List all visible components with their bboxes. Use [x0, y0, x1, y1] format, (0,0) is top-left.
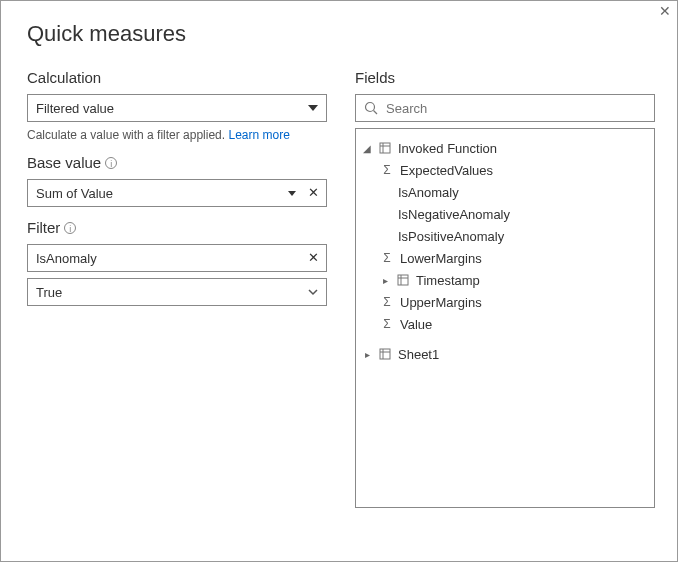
tree-label: LowerMargins	[400, 251, 648, 266]
caret-down-icon[interactable]	[288, 191, 296, 196]
collapse-icon[interactable]: ◢	[362, 143, 372, 154]
fields-header: Fields	[355, 69, 655, 86]
filter-value-row[interactable]: True	[27, 278, 327, 306]
table-icon	[378, 141, 392, 155]
filter-stack: IsAnomaly ✕ True	[27, 244, 327, 306]
tree-label: UpperMargins	[400, 295, 648, 310]
table-icon	[378, 347, 392, 361]
content-columns: Calculation Filtered value Calculate a v…	[1, 57, 677, 530]
quick-measures-dialog: ✕ Quick measures Calculation Filtered va…	[0, 0, 678, 562]
fields-search[interactable]	[355, 94, 655, 122]
tree-field-row[interactable]: Σ UpperMargins	[362, 291, 648, 313]
close-icon[interactable]: ✕	[657, 3, 673, 19]
tree-field-row[interactable]: ▸ Timestamp	[362, 269, 648, 291]
table-icon	[396, 273, 410, 287]
tree-label: IsNegativeAnomaly	[398, 207, 648, 222]
base-value-field[interactable]: Sum of Value ✕	[27, 179, 327, 207]
tree-label: IsPositiveAnomaly	[398, 229, 648, 244]
svg-rect-5	[398, 275, 408, 285]
calculation-select[interactable]: Filtered value	[27, 94, 327, 122]
expand-icon[interactable]: ▸	[362, 349, 372, 360]
tree-label: IsAnomaly	[398, 185, 648, 200]
tree-label: Invoked Function	[398, 141, 648, 156]
tree-field-row[interactable]: IsPositiveAnomaly	[362, 225, 648, 247]
base-value-header: Base value i	[27, 154, 327, 171]
search-icon	[364, 101, 378, 115]
calculation-helper: Calculate a value with a filter applied.…	[27, 128, 327, 142]
svg-rect-8	[380, 349, 390, 359]
tree-table-row[interactable]: ◢ Invoked Function	[362, 137, 648, 159]
caret-down-icon	[308, 105, 318, 111]
sigma-icon: Σ	[380, 317, 394, 331]
sigma-icon: Σ	[380, 251, 394, 265]
calculation-header-label: Calculation	[27, 69, 101, 86]
filter-field-row[interactable]: IsAnomaly ✕	[27, 244, 327, 272]
dialog-title: Quick measures	[1, 1, 677, 57]
svg-point-0	[366, 103, 375, 112]
learn-more-link[interactable]: Learn more	[228, 128, 289, 142]
sigma-icon: Σ	[380, 163, 394, 177]
tree-label: ExpectedValues	[400, 163, 648, 178]
left-column: Calculation Filtered value Calculate a v…	[27, 57, 327, 508]
tree-table-row[interactable]: ▸ Sheet1	[362, 343, 648, 365]
svg-rect-2	[380, 143, 390, 153]
helper-text: Calculate a value with a filter applied.	[27, 128, 225, 142]
tree-field-row[interactable]: Σ Value	[362, 313, 648, 335]
tree-label: Sheet1	[398, 347, 648, 362]
right-column: Fields ◢ Invoked Function Σ	[355, 57, 655, 508]
fields-header-label: Fields	[355, 69, 395, 86]
svg-line-1	[374, 111, 378, 115]
clear-icon[interactable]: ✕	[306, 251, 320, 265]
tree-field-row[interactable]: Σ LowerMargins	[362, 247, 648, 269]
fields-tree[interactable]: ◢ Invoked Function Σ ExpectedValues IsAn…	[355, 128, 655, 508]
filter-value-text: True	[36, 285, 306, 300]
filter-field-text: IsAnomaly	[36, 251, 306, 266]
tree-label: Timestamp	[416, 273, 648, 288]
tree-field-row[interactable]: IsNegativeAnomaly	[362, 203, 648, 225]
clear-icon[interactable]: ✕	[306, 186, 320, 200]
filter-header-label: Filter	[27, 219, 60, 236]
sigma-icon: Σ	[380, 295, 394, 309]
filter-header: Filter i	[27, 219, 327, 236]
tree-field-row[interactable]: Σ ExpectedValues	[362, 159, 648, 181]
tree-field-row[interactable]: IsAnomaly	[362, 181, 648, 203]
base-value-text: Sum of Value	[36, 186, 282, 201]
calculation-header: Calculation	[27, 69, 327, 86]
calculation-value: Filtered value	[36, 101, 308, 116]
chevron-down-icon[interactable]	[306, 285, 320, 299]
info-icon[interactable]: i	[64, 222, 76, 234]
info-icon[interactable]: i	[105, 157, 117, 169]
expand-icon[interactable]: ▸	[380, 275, 390, 286]
base-value-header-label: Base value	[27, 154, 101, 171]
search-input[interactable]	[384, 100, 646, 117]
tree-label: Value	[400, 317, 648, 332]
